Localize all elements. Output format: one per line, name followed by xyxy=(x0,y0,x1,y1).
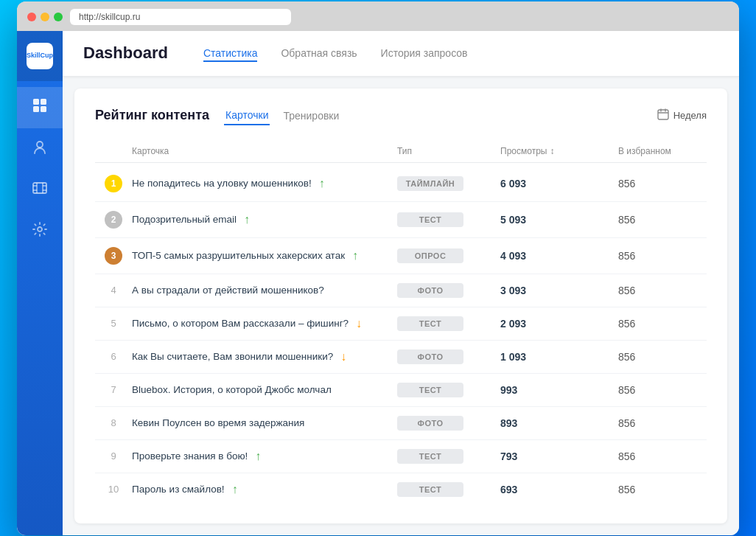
table-row[interactable]: 2 Подозрительный email ↑ ТЕСТ 5 093 856 xyxy=(95,202,707,238)
app-container: SkillCup xyxy=(17,31,739,535)
svg-rect-13 xyxy=(658,110,668,119)
sidebar-logo: SkillCup xyxy=(17,31,63,81)
col-card: Карточка xyxy=(132,146,397,156)
col-type: Тип xyxy=(397,146,500,156)
rank-badge-gold: 1 xyxy=(105,175,122,192)
sidebar-item-users[interactable] xyxy=(17,128,63,170)
tab-group: Карточки Тренировки xyxy=(224,106,340,125)
type-cell: ТЕСТ xyxy=(397,449,500,464)
tab-trainings[interactable]: Тренировки xyxy=(281,106,340,125)
content-header: Рейтинг контента Карточки Тренировки xyxy=(95,106,707,125)
table-row[interactable]: 3 ТОП-5 самых разрушительных хакерских а… xyxy=(95,238,707,274)
browser-frame: http://skillcup.ru SkillCup xyxy=(17,1,739,535)
dot-red[interactable] xyxy=(27,13,36,21)
rank-cell: 7 xyxy=(95,384,132,395)
type-badge: ТЕСТ xyxy=(397,482,463,497)
type-badge: ТАЙМЛАЙН xyxy=(397,176,463,191)
table-row[interactable]: 9 Проверьте знания в бою! ↑ ТЕСТ 793 856 xyxy=(95,440,707,473)
sort-icon: ↕ xyxy=(550,146,554,156)
type-badge: ФОТО xyxy=(397,416,463,431)
dot-green[interactable] xyxy=(54,13,63,21)
arrow-down-icon: ↓ xyxy=(340,350,346,363)
card-title: Проверьте знания в бою! xyxy=(132,450,248,462)
title-cell: Письмо, о котором Вам рассказали – фишин… xyxy=(132,317,397,330)
type-badge: ТЕСТ xyxy=(397,212,463,227)
type-badge: ТЕСТ xyxy=(397,383,463,397)
rank-cell: 1 xyxy=(95,175,132,192)
fav-cell: 856 xyxy=(618,178,707,189)
views-cell: 893 xyxy=(500,417,618,429)
fav-cell: 856 xyxy=(618,417,707,429)
arrow-up-icon: ↑ xyxy=(244,213,250,226)
fav-cell: 856 xyxy=(618,285,707,296)
svg-rect-2 xyxy=(33,106,39,112)
table-row[interactable]: 8 Кевин Поулсен во время задержания ФОТО… xyxy=(95,407,707,440)
nav-link-history[interactable]: История запросов xyxy=(381,44,468,62)
col-views[interactable]: Просмотры ↕ xyxy=(500,146,618,156)
table-row[interactable]: 6 Как Вы считаете, Вам звонили мошенники… xyxy=(95,341,707,374)
title-cell: Проверьте знания в бою! ↑ xyxy=(132,450,397,463)
fav-cell: 856 xyxy=(618,250,707,262)
rank-plain: 8 xyxy=(111,417,116,428)
rank-cell: 6 xyxy=(95,351,132,362)
content-title: Рейтинг контента xyxy=(95,108,209,123)
table-row[interactable]: 10 Пароль из смайлов! ↑ ТЕСТ 693 856 xyxy=(95,473,707,506)
table-body: 1 Не попадитесь на уловку мошенников! ↑ … xyxy=(95,166,707,506)
content-title-area: Рейтинг контента Карточки Тренировки xyxy=(95,106,340,125)
fav-cell: 856 xyxy=(618,214,707,226)
type-badge: ФОТО xyxy=(397,349,463,364)
grid-icon xyxy=(32,97,48,117)
table-header: Карточка Тип Просмотры ↕ В избранном xyxy=(95,140,707,163)
title-cell: Подозрительный email ↑ xyxy=(132,213,397,226)
arrow-up-icon: ↑ xyxy=(319,177,325,190)
fav-cell: 856 xyxy=(618,318,707,330)
type-cell: ОПРОС xyxy=(397,248,500,263)
svg-point-12 xyxy=(38,227,42,232)
browser-url[interactable]: http://skillcup.ru xyxy=(70,9,291,25)
card-title: Пароль из смайлов! xyxy=(132,484,225,495)
week-filter-button[interactable]: Неделя xyxy=(657,108,707,122)
views-cell: 6 093 xyxy=(500,178,618,189)
card-title: А вы страдали от действий мошенников? xyxy=(132,285,324,296)
table-row[interactable]: 5 Письмо, о котором Вам рассказали – фиш… xyxy=(95,307,707,341)
rank-badge-bronze: 3 xyxy=(105,247,122,265)
views-cell: 993 xyxy=(500,384,618,396)
table-row[interactable]: 7 Bluebox. История, о которой Джобс молч… xyxy=(95,374,707,407)
tab-cards[interactable]: Карточки xyxy=(224,106,270,125)
nav-link-stats[interactable]: Статистика xyxy=(203,44,258,62)
type-badge: ФОТО xyxy=(397,283,463,298)
title-cell: Bluebox. История, о которой Джобс молчал xyxy=(132,384,397,395)
table-row[interactable]: 4 А вы страдали от действий мошенников? … xyxy=(95,274,707,307)
fav-cell: 856 xyxy=(618,384,707,396)
fav-cell: 856 xyxy=(618,450,707,462)
sidebar-item-settings[interactable] xyxy=(17,211,63,252)
sidebar-nav xyxy=(17,81,63,252)
type-cell: ТЕСТ xyxy=(397,383,500,397)
sidebar-item-film[interactable] xyxy=(17,170,63,211)
type-cell: ФОТО xyxy=(397,283,500,298)
title-cell: Кевин Поулсен во время задержания xyxy=(132,417,397,428)
type-badge: ТЕСТ xyxy=(397,449,463,464)
svg-rect-1 xyxy=(41,99,46,105)
dot-yellow[interactable] xyxy=(41,13,49,21)
browser-dots xyxy=(27,13,63,21)
table-row[interactable]: 1 Не попадитесь на уловку мошенников! ↑ … xyxy=(95,166,707,202)
col-fav: В избранном xyxy=(618,146,707,156)
logo-box: SkillCup xyxy=(27,43,53,69)
svg-point-4 xyxy=(37,142,43,147)
fav-cell: 856 xyxy=(618,484,707,495)
week-label: Неделя xyxy=(673,110,707,121)
sidebar-item-grid[interactable] xyxy=(17,87,63,128)
rank-plain: 10 xyxy=(108,484,119,495)
title-cell: А вы страдали от действий мошенников? xyxy=(132,285,397,296)
title-cell: ТОП-5 самых разрушительных хакерских ата… xyxy=(132,249,397,262)
rank-badge-silver: 2 xyxy=(105,211,122,229)
type-cell: ФОТО xyxy=(397,416,500,431)
nav-link-feedback[interactable]: Обратная связь xyxy=(281,44,357,62)
type-badge: ТЕСТ xyxy=(397,316,463,331)
card-title: Подозрительный email xyxy=(132,214,237,225)
sidebar: SkillCup xyxy=(17,31,63,535)
rank-cell: 8 xyxy=(95,417,132,428)
card-title: Не попадитесь на уловку мошенников! xyxy=(132,178,312,189)
views-cell: 3 093 xyxy=(500,285,618,296)
